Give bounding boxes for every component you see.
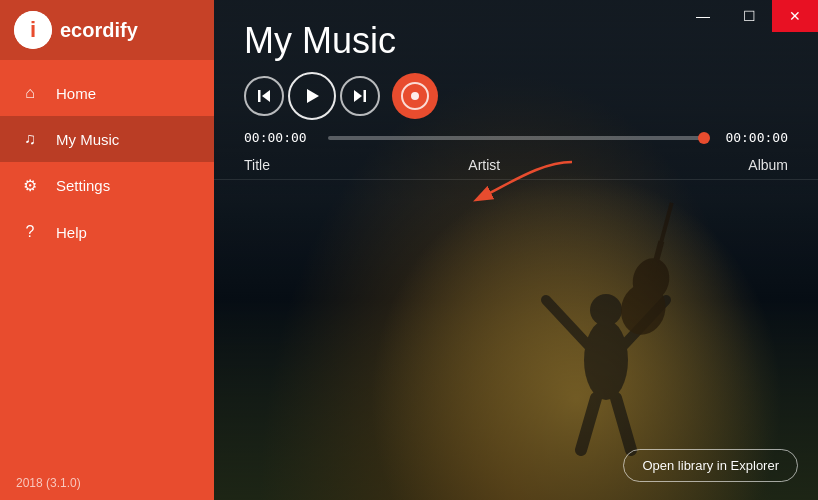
version-label: 2018 (3.1.0) [16, 476, 81, 490]
sidebar-footer: 2018 (3.1.0) [0, 466, 214, 500]
svg-marker-12 [262, 90, 270, 102]
time-start: 00:00:00 [244, 130, 314, 145]
sidebar-item-settings-label: Settings [56, 177, 110, 194]
home-icon: ⌂ [20, 84, 40, 102]
window-controls: — ☐ ✕ [680, 0, 818, 32]
previous-button[interactable] [244, 76, 284, 116]
sidebar-item-my-music[interactable]: ♫ My Music [0, 116, 214, 162]
svg-rect-13 [258, 90, 261, 102]
sidebar-logo: i ecordify [0, 0, 214, 60]
maximize-button[interactable]: ☐ [726, 0, 772, 32]
col-album: Album [748, 157, 788, 173]
bottom-actions: Open library in Explorer [623, 449, 798, 482]
sidebar: i ecordify ⌂ Home ♫ My Music ⚙ Settings … [0, 0, 214, 500]
svg-text:i: i [30, 17, 36, 42]
sidebar-item-settings[interactable]: ⚙ Settings [0, 162, 214, 209]
app-container: i ecordify ⌂ Home ♫ My Music ⚙ Settings … [0, 0, 818, 500]
progress-bar[interactable] [328, 136, 704, 140]
brand-name: ecordify [60, 19, 138, 42]
progress-section: 00:00:00 00:00:00 [244, 130, 788, 145]
sidebar-item-help[interactable]: ? Help [0, 209, 214, 255]
logo-icon: i [14, 11, 52, 49]
sidebar-nav: ⌂ Home ♫ My Music ⚙ Settings ? Help [0, 60, 214, 466]
player-controls [244, 72, 788, 120]
sidebar-item-home[interactable]: ⌂ Home [0, 70, 214, 116]
svg-marker-14 [307, 89, 319, 103]
close-button[interactable]: ✕ [772, 0, 818, 32]
sidebar-item-home-label: Home [56, 85, 96, 102]
player-section: 00:00:00 00:00:00 [214, 72, 818, 151]
settings-icon: ⚙ [20, 176, 40, 195]
music-icon: ♫ [20, 130, 40, 148]
progress-thumb [698, 132, 710, 144]
record-button[interactable] [392, 73, 438, 119]
col-title: Title [244, 157, 444, 173]
minimize-button[interactable]: — [680, 0, 726, 32]
col-artist: Artist [468, 157, 668, 173]
play-button[interactable] [288, 72, 336, 120]
table-header: Title Artist Album [214, 151, 818, 180]
record-inner [401, 82, 429, 110]
open-explorer-button[interactable]: Open library in Explorer [623, 449, 798, 482]
main-content: — ☐ ✕ My Music [214, 0, 818, 500]
svg-marker-15 [354, 90, 362, 102]
help-icon: ? [20, 223, 40, 241]
next-button[interactable] [340, 76, 380, 116]
time-end: 00:00:00 [718, 130, 788, 145]
sidebar-item-help-label: Help [56, 224, 87, 241]
record-center [411, 92, 419, 100]
svg-rect-16 [364, 90, 367, 102]
sidebar-item-my-music-label: My Music [56, 131, 119, 148]
